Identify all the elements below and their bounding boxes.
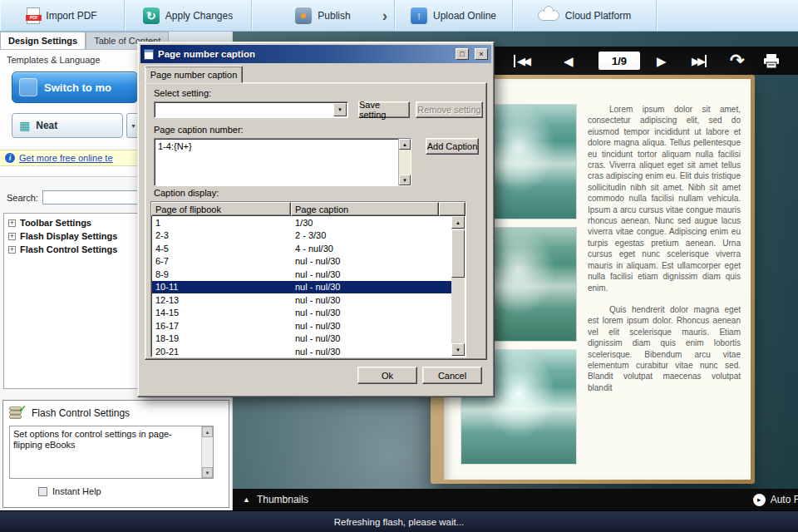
table-row[interactable]: 4-54 - nul/30 <box>152 242 451 255</box>
combo-dropdown-icon[interactable]: ▼ <box>333 103 347 116</box>
cell-page: 6-7 <box>152 256 291 266</box>
scrollbar-track[interactable] <box>451 278 465 343</box>
caption-input-scrollbar[interactable]: ▲ ▼ <box>398 139 411 185</box>
help-scrollbar[interactable]: ▲ ▼ <box>201 426 213 478</box>
scroll-up-icon[interactable]: ▲ <box>202 426 213 437</box>
previous-page-button[interactable]: ◀ <box>564 47 574 75</box>
tree-item-label: Flash Control Settings <box>20 244 117 254</box>
neat-template-button[interactable]: ▦ Neat <box>12 113 123 138</box>
cloud-icon-bump <box>544 6 554 16</box>
print-button[interactable] <box>763 47 780 75</box>
scroll-up-icon[interactable]: ▲ <box>399 139 411 150</box>
cloud-platform-label: Cloud Platform <box>565 10 631 22</box>
main-toolbar: PDF Import PDF ↻ Apply Changes Publish ›… <box>0 0 798 32</box>
upload-icon: ↑ <box>411 7 427 24</box>
search-input[interactable] <box>42 190 142 204</box>
cancel-button[interactable]: Cancel <box>422 367 482 384</box>
cell-caption: nul - nul/30 <box>291 347 451 356</box>
flip-forward-icon[interactable]: ↷ <box>730 47 745 75</box>
dialog-icon <box>144 49 154 60</box>
scroll-down-icon[interactable]: ▼ <box>399 175 411 185</box>
auto-flip-label: Auto Flip <box>771 494 798 505</box>
cell-page: 14-15 <box>152 308 291 318</box>
status-message: Refreshing flash, please wait... <box>334 517 465 527</box>
table-row[interactable]: 18-19nul - nul/30 <box>152 332 451 346</box>
table-row[interactable]: 12-13nul - nul/30 <box>152 293 451 307</box>
chevron-right-icon[interactable]: › <box>382 7 387 25</box>
tab-design-settings[interactable]: Design Settings <box>0 32 86 49</box>
page-caption-number-input[interactable]: 1-4:{N+} ▲ ▼ <box>154 138 411 186</box>
cell-caption: 2 - 3/30 <box>291 230 451 240</box>
table-row[interactable]: 16-17nul - nul/30 <box>152 319 451 332</box>
column-header-page[interactable]: Page of flipbook <box>151 202 291 216</box>
apply-changes-button[interactable]: ↻ Apply Changes <box>125 0 252 31</box>
expand-icon[interactable]: + <box>8 219 16 227</box>
neat-template-label: Neat <box>36 120 57 131</box>
cell-caption: nul - nul/30 <box>291 295 451 305</box>
table-scrollbar[interactable]: ▲ ▼ <box>451 216 465 356</box>
upload-online-button[interactable]: ↑ Upload Online <box>395 0 513 31</box>
column-header-caption[interactable]: Page caption <box>291 202 439 216</box>
table-row[interactable]: 8-9nul - nul/30 <box>152 268 451 281</box>
cell-caption: nul - nul/30 <box>291 282 451 292</box>
scrollbar-thumb[interactable] <box>451 229 465 278</box>
table-row[interactable]: 11/30 <box>152 216 451 229</box>
page-indicator[interactable]: 1/9 <box>598 47 640 75</box>
caption-table-header: Page of flipbook Page caption <box>151 202 466 216</box>
table-row[interactable]: 6-7nul - nul/30 <box>152 255 451 268</box>
add-caption-button[interactable]: Add Caption <box>426 138 479 155</box>
cloud-icon <box>538 10 559 21</box>
first-page-button[interactable]: ◀◀ <box>514 47 531 75</box>
instant-help-label: Instant Help <box>52 486 101 496</box>
cell-page: 12-13 <box>152 295 291 305</box>
previous-page-glyph: ◀ <box>564 55 574 67</box>
last-page-glyph: ▶▶ <box>692 55 707 67</box>
printer-icon <box>763 54 780 68</box>
setting-select[interactable]: ▼ <box>154 101 348 118</box>
expand-icon[interactable]: + <box>8 233 16 240</box>
page-caption-number-label: Page caption number: <box>154 125 244 135</box>
switch-template-button[interactable]: Switch to mo <box>12 71 138 103</box>
expand-icon[interactable]: + <box>8 246 16 254</box>
ok-button[interactable]: Ok <box>357 367 417 384</box>
template-icon <box>19 78 37 96</box>
table-row[interactable]: 2-32 - 3/30 <box>152 229 451 243</box>
app-window: PDF Import PDF ↻ Apply Changes Publish ›… <box>0 0 798 532</box>
dialog-tab-panel: Select setting: ▼ Save setting Remove se… <box>145 82 487 360</box>
auto-flip-button[interactable]: ▸ Auto Flip <box>753 494 798 506</box>
instant-help-checkbox[interactable] <box>38 487 47 496</box>
dialog-title-bar[interactable]: Page number caption □ × <box>140 45 491 63</box>
page-caption-number-value: 1-4:{N+} <box>155 139 398 185</box>
table-row-selected[interactable]: 10-11nul - nul/30 <box>152 281 451 294</box>
upload-online-label: Upload Online <box>433 10 496 22</box>
import-pdf-button[interactable]: PDF Import PDF <box>0 0 125 31</box>
cloud-platform-button[interactable]: Cloud Platform <box>513 0 657 31</box>
help-info-panel: ✓ Flash Control Settings Set options for… <box>2 400 229 508</box>
last-page-button[interactable]: ▶▶ <box>692 47 707 75</box>
cell-page: 8-9 <box>152 269 291 279</box>
tree-item-label: Flash Display Settings <box>20 231 117 241</box>
save-setting-button[interactable]: Save setting <box>358 101 410 118</box>
scroll-down-icon[interactable]: ▼ <box>202 467 213 478</box>
close-icon[interactable]: × <box>475 48 488 60</box>
help-info-title: Flash Control Settings <box>32 407 130 419</box>
more-templates-link[interactable]: Get more free online te <box>19 153 113 163</box>
publish-icon-dot <box>301 13 306 18</box>
thumbnails-button[interactable]: ▲ Thumbnails <box>243 494 308 505</box>
cell-page: 20-21 <box>152 347 291 356</box>
page-indicator-value: 1/9 <box>598 52 640 70</box>
scroll-down-icon[interactable]: ▼ <box>451 343 465 356</box>
next-page-button[interactable]: ▶ <box>657 47 667 75</box>
setting-select-value <box>155 102 332 117</box>
publish-button[interactable]: Publish › <box>252 0 395 31</box>
triangle-up-icon: ▲ <box>243 496 250 504</box>
thumbnails-label: Thumbnails <box>257 494 308 505</box>
settings-check-icon: ✓ <box>9 406 24 420</box>
scroll-up-icon[interactable]: ▲ <box>451 216 465 229</box>
maximize-icon[interactable]: □ <box>456 48 469 60</box>
next-page-glyph: ▶ <box>657 55 667 67</box>
table-row[interactable]: 20-21nul - nul/30 <box>152 345 451 356</box>
tab-page-number-caption[interactable]: Page number caption <box>145 66 243 83</box>
pdf-icon-label: PDF <box>26 15 42 21</box>
table-row[interactable]: 14-15nul - nul/30 <box>152 307 451 320</box>
